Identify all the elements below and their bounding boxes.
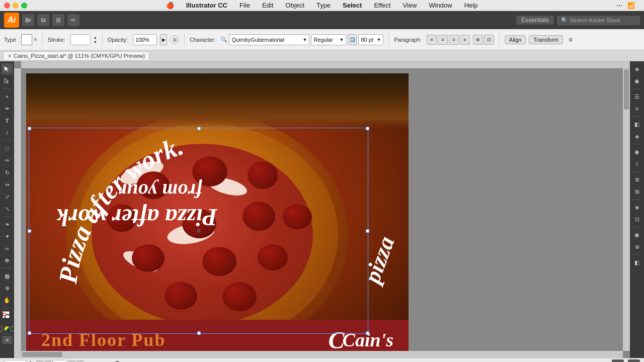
last-page-button[interactable]: ▶| bbox=[76, 360, 84, 363]
symbol-tool[interactable]: ☸ bbox=[2, 255, 13, 266]
apple-menu[interactable]: 🍎 bbox=[166, 2, 174, 9]
pen-tool[interactable]: ✒ bbox=[2, 103, 13, 114]
fill-color-swatch[interactable]: ✕ bbox=[21, 34, 37, 45]
menu-object[interactable]: Object bbox=[285, 2, 304, 9]
scrollbar-thumb-v[interactable] bbox=[624, 69, 629, 110]
document-tab[interactable]: ✕ Cains_Pizza_start.ai* @ 111% (CMYK/GPU… bbox=[3, 51, 149, 60]
menu-select[interactable]: Select bbox=[343, 2, 362, 9]
fill-swatch[interactable] bbox=[21, 34, 32, 45]
align-button[interactable]: Align bbox=[505, 35, 526, 44]
zoom-spinners[interactable]: ▲ ▼ bbox=[29, 360, 32, 363]
font-name-select[interactable]: QuimbyGubernatorial ▼ bbox=[229, 34, 309, 45]
pencil-tool[interactable]: ✏ bbox=[2, 155, 13, 166]
color-swatches[interactable] bbox=[2, 311, 13, 324]
align-option2[interactable]: ⊡ bbox=[484, 35, 494, 45]
artboard-tool[interactable]: ⊞ bbox=[2, 336, 12, 344]
direct-selection-tool[interactable] bbox=[2, 75, 13, 86]
align-left-button[interactable]: ≡ bbox=[427, 35, 437, 45]
font-size-input[interactable]: 80 pt ▼ bbox=[358, 34, 383, 45]
zoom-up[interactable]: ▲ bbox=[29, 360, 32, 363]
rect-tool[interactable]: □ bbox=[2, 143, 13, 154]
zoom-tool[interactable]: ⊕ bbox=[2, 283, 13, 294]
right-panel-btn-8[interactable]: ◊ bbox=[631, 158, 642, 169]
next-artboard-button[interactable]: ▶ bbox=[628, 359, 640, 363]
minimize-window-button[interactable] bbox=[13, 3, 19, 9]
rotate-tool[interactable]: ↻ bbox=[2, 167, 13, 178]
line-tool[interactable]: / bbox=[2, 127, 13, 138]
zoom-input[interactable]: 111% bbox=[4, 360, 27, 363]
right-panel-btn-11[interactable]: ◈ bbox=[631, 202, 642, 213]
essentials-dropdown[interactable]: Essentials bbox=[516, 16, 554, 25]
opacity-expand[interactable]: ▶ bbox=[160, 34, 167, 45]
prev-artboard-button[interactable]: ◀ bbox=[612, 359, 624, 363]
blend-tool[interactable]: ∞ bbox=[2, 243, 13, 254]
canvas-area[interactable]: Pizza after work. Pizza after Pizza afte… bbox=[14, 61, 630, 358]
bridge-button[interactable]: Br bbox=[22, 14, 34, 26]
right-panel-btn-6[interactable]: ◈ bbox=[631, 131, 642, 142]
lasso-tool[interactable]: ⌖ bbox=[2, 91, 13, 102]
right-panel-btn-1[interactable]: ◈ bbox=[631, 63, 642, 74]
right-panel-btn-15[interactable]: ◧ bbox=[631, 257, 642, 268]
right-panel-btn-2[interactable]: ◉ bbox=[631, 75, 642, 86]
gradient-mode[interactable] bbox=[5, 326, 10, 331]
first-page-button[interactable]: |◀ bbox=[36, 360, 43, 363]
chart-tool[interactable]: ▦ bbox=[2, 270, 13, 282]
right-sep-3 bbox=[632, 144, 641, 144]
right-panel-btn-3[interactable]: ☰ bbox=[631, 91, 642, 102]
type-tool[interactable]: T bbox=[2, 115, 13, 126]
menu-edit[interactable]: Edit bbox=[262, 2, 273, 9]
color-mode[interactable] bbox=[0, 326, 4, 331]
eyedropper-tool[interactable]: ✦ bbox=[2, 231, 13, 242]
stroke-input[interactable] bbox=[70, 34, 91, 45]
hand-tool[interactable]: ✋ bbox=[2, 295, 13, 306]
stock-button[interactable]: St bbox=[37, 14, 49, 26]
app-name-label[interactable]: Illustrator CC bbox=[186, 2, 227, 9]
transform-button[interactable]: Transform bbox=[529, 35, 563, 44]
zoom-control[interactable]: 111% ▲ ▼ bbox=[4, 360, 32, 363]
mac-traffic-lights[interactable] bbox=[4, 3, 27, 9]
search-stock-input[interactable]: 🔍 Search Adobe Stock bbox=[557, 16, 640, 25]
align-right-button[interactable]: ≡ bbox=[449, 35, 459, 45]
brush-button[interactable]: ✏ bbox=[67, 14, 79, 26]
canvas-content[interactable]: Pizza after work. Pizza after Pizza afte… bbox=[21, 68, 623, 351]
menu-file[interactable]: File bbox=[239, 2, 250, 9]
maximize-window-button[interactable] bbox=[21, 3, 27, 9]
right-panel-btn-12[interactable]: ⊡ bbox=[631, 214, 642, 225]
menu-effect[interactable]: Effect bbox=[374, 2, 390, 9]
stroke-spinners[interactable]: ▲ ▼ bbox=[94, 35, 97, 44]
next-page-button[interactable]: ▶ bbox=[68, 360, 75, 363]
menu-help[interactable]: Help bbox=[464, 2, 478, 9]
align-justify-button[interactable]: ≡ bbox=[460, 35, 470, 45]
document-canvas[interactable]: Pizza after work. Pizza after Pizza afte… bbox=[26, 73, 409, 358]
right-panel-btn-13[interactable]: ◉ bbox=[631, 229, 642, 240]
right-panel-btn-9[interactable]: ≣ bbox=[631, 174, 642, 185]
align-option1[interactable]: ⊕ bbox=[473, 35, 483, 45]
opacity-input[interactable]: 100% bbox=[133, 34, 157, 45]
width-tool[interactable]: ⤡ bbox=[2, 203, 13, 214]
tab-close-button[interactable]: ✕ bbox=[8, 53, 12, 59]
selection-tool[interactable] bbox=[2, 63, 13, 74]
search-icon: 🔍 bbox=[561, 17, 568, 24]
menu-view[interactable]: View bbox=[403, 2, 417, 9]
reflect-tool[interactable]: ⇔ bbox=[2, 179, 13, 190]
align-center-button[interactable]: ≡ bbox=[438, 35, 448, 45]
scale-tool[interactable]: ⤢ bbox=[2, 191, 13, 202]
layout-button[interactable]: ⊞ bbox=[52, 14, 64, 26]
vertical-scrollbar[interactable] bbox=[623, 68, 630, 351]
font-style-select[interactable]: Regular ▼ bbox=[311, 34, 346, 45]
close-window-button[interactable] bbox=[4, 3, 10, 9]
right-panel-btn-14[interactable]: ⊕ bbox=[631, 241, 642, 252]
scrollbar-thumb-h[interactable] bbox=[22, 352, 62, 357]
menu-window[interactable]: Window bbox=[429, 2, 452, 9]
page-number-input[interactable]: 1 bbox=[52, 360, 67, 363]
more-options-icon[interactable]: ≡ bbox=[566, 35, 575, 44]
warp-tool[interactable]: ❧ bbox=[2, 219, 13, 230]
right-panel-btn-10[interactable]: ⊞ bbox=[631, 186, 642, 197]
menu-type[interactable]: Type bbox=[316, 2, 331, 9]
mac-menu-bar: 🍎 Illustrator CC File Edit Object Type S… bbox=[30, 2, 613, 9]
right-panel-btn-5[interactable]: ◧ bbox=[631, 119, 642, 130]
right-panel-btn-4[interactable]: ≡ bbox=[631, 103, 642, 114]
right-panel-btn-7[interactable]: ◉ bbox=[631, 146, 642, 157]
horizontal-scrollbar[interactable] bbox=[21, 351, 623, 358]
prev-page-button[interactable]: ◀ bbox=[44, 360, 51, 363]
